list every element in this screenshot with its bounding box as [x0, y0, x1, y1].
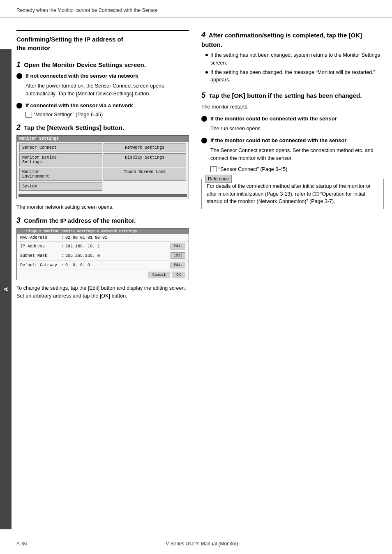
ss-btn-monitor-env: MonitorEnvironment [19, 168, 102, 181]
ns-edit-ip[interactable]: Edit [171, 243, 185, 249]
ns-label-gateway: Default Gateway [20, 263, 61, 268]
step-4-label: After confirmation/setting is completed,… [201, 32, 362, 48]
bullet-not-connected-ref-text: “Sensor Connect” (Page 6-45) [219, 166, 287, 172]
step-3-number: 3 [16, 216, 21, 224]
ns-row-ip: IP Address : 192.168. 10. 1 Edit [17, 242, 189, 251]
ns-label-subnet: Subnet Mask [20, 254, 61, 258]
screenshot-buttons: Sensor Connect Network Settings Monitor … [17, 142, 189, 192]
step-5-label: Tap the [OK] button if the setting has b… [209, 92, 362, 99]
step-5-number: 5 [201, 91, 205, 99]
ns-row-gateway: Default Gateway : 0. 0. 0. 0 Edit [17, 261, 189, 270]
bullet-circle-icon-4 [201, 138, 207, 143]
bullet-connected: If connected with the sensor via a netwo… [16, 102, 189, 109]
ss-btn-display-settings: Display Settings [104, 153, 187, 166]
ss-btn-system: System [19, 182, 102, 191]
bullet-monitor-not-connected-label: If the monitor could not be connected wi… [210, 137, 347, 144]
book-icon [25, 112, 32, 118]
bullet-monitor-connected: If the monitor could be connected with t… [201, 115, 384, 122]
bullet-not-connected: If not connected with the sensor via net… [16, 72, 189, 80]
bullet-not-connected-body: After the power turned on, the Sensor Co… [25, 82, 189, 98]
ns-edit-gateway[interactable]: Edit [171, 262, 185, 268]
step-4-number: 4 [201, 31, 205, 39]
step-3-note: To change the settings, tap the [Edit] b… [16, 284, 189, 300]
ns-colon-subnet: : [61, 254, 64, 258]
ss-btn-monitor-device: Monitor DeviceSettings [19, 153, 102, 166]
footer-center: - IV Series User's Manual (Monitor) - [161, 541, 241, 547]
sm-bullet-icon-2 [205, 71, 208, 74]
monitor-settings-screenshot: Monitor Settings Sensor Connect Network … [16, 135, 189, 199]
step-2-note: The monitor network setting screen opens… [16, 203, 189, 211]
ns-row-mac: MAC Address : 02 00 01 01 00 01 [17, 234, 189, 242]
step-1-label: Open the Monitor Device Settings screen. [24, 61, 146, 68]
step-4-bullet-2: If the setting has been changed, the mes… [205, 69, 384, 84]
bullet-monitor-connected-body: The run screen opens. [210, 125, 384, 133]
header-text: Remedy when the Monitor cannot be Connec… [16, 7, 158, 13]
reference-text: For details of the connection method aft… [207, 183, 371, 205]
ns-value-gateway: 0. 0. 0. 0 [65, 263, 169, 268]
step-5-note: The monitor restarts. [201, 103, 384, 111]
bullet-connected-ref: “Monitor Settings” (Page 6-45) [25, 112, 189, 118]
reference-box: Reference For details of the connection … [201, 179, 384, 209]
ns-footer: Cancel OK [17, 270, 189, 280]
step-2-label: Tap the [Network Settings] button. [24, 124, 124, 131]
screenshot-title: Monitor Settings [17, 136, 189, 142]
step-2-header: 2 Tap the [Network Settings] button. [16, 122, 189, 133]
step-3-label: Confirm the IP address of the monitor. [24, 217, 136, 224]
ss-btn-sensor-connect: Sensor Connect [19, 143, 102, 152]
ns-title: ...tings > Monitor Device Settings > Net… [17, 229, 189, 234]
step-2-number: 2 [16, 123, 21, 132]
footer-left: A-36 [16, 541, 27, 547]
ns-cancel-btn[interactable]: Cancel [148, 272, 170, 278]
ss-empty [104, 182, 187, 191]
ns-colon-gateway: : [61, 263, 64, 268]
step-4-header: 4 After confirmation/setting is complete… [201, 30, 384, 49]
page-header: Remedy when the Monitor cannot be Connec… [0, 0, 392, 18]
content-area: Confirming/Setting the IP address ofthe … [0, 18, 392, 337]
ns-ok-btn[interactable]: OK [172, 272, 185, 278]
bullet-connected-ref-text: “Monitor Settings” (Page 6-45) [34, 112, 103, 118]
step-4-bullet-1: If the setting has not been changed, sys… [205, 51, 384, 67]
ns-edit-subnet[interactable]: Edit [171, 252, 185, 259]
ns-label-ip: IP Address [20, 244, 61, 249]
ns-colon-ip: : [61, 244, 64, 249]
ss-btn-network-settings: Network Settings [104, 143, 187, 152]
network-settings-screenshot: ...tings > Monitor Device Settings > Net… [16, 228, 189, 280]
left-column: Confirming/Setting the IP address ofthe … [16, 30, 189, 304]
left-sidebar-bar: A [0, 49, 12, 529]
bullet-monitor-connected-label: If the monitor could be connected with t… [210, 115, 337, 122]
page-container: Remedy when the Monitor cannot be Connec… [0, 0, 392, 554]
ns-value-subnet: 255.255.255. 0 [65, 254, 169, 258]
step-1-number: 1 [16, 60, 21, 69]
ss-bottom-bar [18, 194, 187, 197]
reference-label: Reference [205, 175, 232, 183]
sm-bullet-icon-1 [205, 54, 208, 56]
bullet-circle-icon-2 [16, 103, 22, 108]
step-1-header: 1 Open the Monitor Device Settings scree… [16, 60, 189, 70]
section-title: Confirming/Setting the IP address ofthe … [16, 30, 189, 52]
ns-row-subnet: Subnet Mask : 255.255.255. 0 Edit [17, 251, 189, 261]
ns-label-mac: MAC Address [20, 235, 61, 240]
bullet-monitor-not-connected: If the monitor could not be connected wi… [201, 137, 384, 144]
ns-colon-mac: : [61, 235, 64, 240]
step-3-header: 3 Confirm the IP address of the monitor. [16, 215, 189, 226]
bullet-connected-label: If connected with the sensor via a netwo… [25, 102, 133, 109]
step-4-bullet-2-text: If the setting has been changed, the mes… [210, 69, 384, 84]
step-5-header: 5 Tap the [OK] button if the setting has… [201, 90, 384, 101]
bullet-monitor-not-connected-body: The Sensor Connect screen opens. Set the… [210, 147, 384, 162]
ss-btn-touchscreen-lock: Touch Screen Lock [104, 168, 187, 181]
ns-value-ip: 192.168. 10. 1 [65, 244, 169, 249]
bullet-circle-icon-3 [201, 116, 207, 122]
right-column: 4 After confirmation/setting is complete… [197, 30, 384, 304]
sidebar-label: A [2, 287, 9, 291]
page-footer: A-36 - IV Series User's Manual (Monitor)… [0, 541, 392, 547]
bullet-not-connected-label: If not connected with the sensor via net… [25, 72, 138, 80]
book-icon-2 [210, 166, 217, 172]
step-4-bullet-1-text: If the setting has not been changed, sys… [210, 51, 384, 67]
bullet-circle-icon [16, 73, 22, 79]
ns-value-mac: 02 00 01 01 00 01 [65, 235, 185, 240]
bullet-not-connected-ref: “Sensor Connect” (Page 6-45) [210, 166, 384, 172]
